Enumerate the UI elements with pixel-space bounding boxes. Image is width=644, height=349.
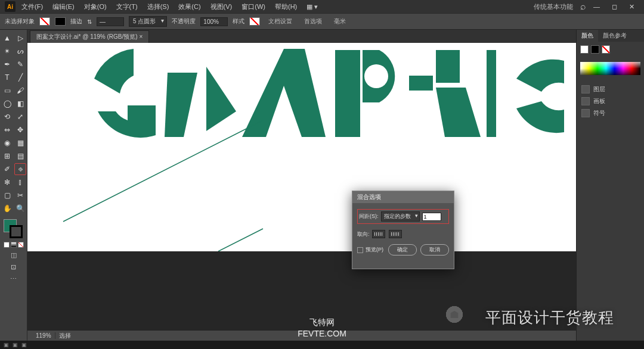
prefs-button[interactable]: 首选项 — [301, 16, 326, 27]
menu-file[interactable]: 文件(F) — [18, 1, 47, 13]
orientation-label: 取向: — [357, 230, 370, 238]
type-tool[interactable]: T — [1, 71, 13, 83]
os-taskbar: ▣ ▣ ▣ — [0, 341, 644, 349]
wechat-icon — [444, 304, 465, 325]
stroke-swatch[interactable] — [55, 17, 66, 26]
svg-rect-6 — [436, 50, 460, 83]
canvas-area[interactable]: 混合选项 间距(S): 指定的步数 取向: — [27, 43, 576, 330]
app-logo: Ai — [5, 1, 16, 12]
edit-toolbar[interactable]: ⋯ — [8, 275, 20, 285]
units[interactable]: 毫米 — [330, 16, 349, 27]
spacing-label: 间距(S): — [359, 213, 379, 220]
scale-tool[interactable]: ⤢ — [14, 111, 26, 123]
menu-effect[interactable]: 效果(C) — [175, 1, 204, 13]
stroke-weight[interactable]: — — [97, 17, 124, 26]
ok-button[interactable]: 确定 — [388, 244, 417, 255]
taskbar-item[interactable]: ▣ — [21, 342, 27, 348]
width-tool[interactable]: ⇔ — [1, 124, 13, 136]
panel-layers[interactable]: 图层 — [581, 83, 639, 95]
artboard[interactable] — [27, 43, 576, 251]
document-tab[interactable]: 图案文字设计.ai* @ 119% (RGB/预览) × — [30, 30, 149, 43]
panel-artboards[interactable]: 画板 — [581, 95, 639, 107]
panel-symbols[interactable]: 符号 — [581, 107, 639, 119]
pen-tool[interactable]: ✒ — [1, 58, 13, 70]
status-tool: 选择 — [55, 332, 75, 340]
cancel-button[interactable]: 取消 — [420, 244, 449, 255]
no-selection-label: 未选择对象 — [5, 17, 35, 26]
menu-window[interactable]: 窗口(W) — [238, 1, 269, 13]
slice-tool[interactable]: ✂ — [14, 189, 26, 201]
tool-panel: ▲▷ ✴ᔕ ✒✎ T╱ ▭🖌 ◯◧ ⟲⤢ ⇔✥ ◉▦ ⊞▤ ✐⎆ ✻⫿ ▢✂ ✋… — [0, 30, 27, 341]
shaper-tool[interactable]: ◯ — [1, 98, 13, 110]
orient-align-page[interactable] — [372, 230, 385, 238]
style-swatch[interactable] — [249, 17, 260, 26]
color-tab[interactable]: 颜色 — [577, 30, 598, 42]
eraser-tool[interactable]: ◧ — [14, 98, 26, 110]
gradient-tool[interactable]: ▤ — [14, 150, 26, 162]
artwork-graphic — [27, 43, 576, 251]
symbol-spray-tool[interactable]: ✻ — [1, 176, 13, 188]
artboard-tool[interactable]: ▢ — [1, 189, 13, 201]
preview-checkbox[interactable] — [357, 247, 363, 253]
spacing-value-input[interactable] — [422, 213, 441, 221]
eyedropper-tool[interactable]: ✐ — [1, 163, 13, 175]
right-panels: 颜色 颜色参考 图层 画板 符号 — [576, 30, 644, 341]
orient-align-path[interactable] — [389, 230, 402, 238]
selection-tool[interactable]: ▲ — [1, 32, 13, 44]
taskbar-item[interactable]: ▣ — [4, 342, 9, 348]
document-tabs: 图案文字设计.ai* @ 119% (RGB/预览) × — [27, 30, 576, 43]
graph-tool[interactable]: ⫿ — [14, 176, 26, 188]
menu-edit[interactable]: 编辑(E) — [49, 1, 78, 13]
color-guide-tab[interactable]: 颜色参考 — [598, 30, 631, 42]
lasso-tool[interactable]: ᔕ — [14, 45, 26, 57]
zoom-level[interactable]: 119% — [32, 332, 55, 339]
menu-help[interactable]: 帮助(H) — [271, 1, 301, 13]
blend-options-dialog: 混合选项 间距(S): 指定的步数 取向: — [352, 191, 454, 269]
swatch-none[interactable] — [602, 45, 610, 54]
opacity-input[interactable]: 100% — [200, 17, 228, 26]
draw-mode[interactable]: ◫ — [8, 251, 20, 261]
menu-type[interactable]: 文字(T) — [113, 1, 141, 13]
swatch-black[interactable] — [591, 45, 599, 54]
spacing-mode-select[interactable]: 指定的步数 — [381, 211, 420, 222]
hand-tool[interactable]: ✋ — [1, 202, 13, 214]
workspace-switcher[interactable]: 传统基本功能 — [534, 2, 573, 11]
fill-stroke-control[interactable] — [1, 219, 26, 241]
rect-tool[interactable]: ▭ — [1, 85, 13, 96]
menu-object[interactable]: 对象(O) — [80, 1, 110, 13]
mesh-tool[interactable]: ⊞ — [1, 150, 13, 162]
curvature-tool[interactable]: ✎ — [14, 58, 26, 70]
menu-view[interactable]: 视图(V) — [207, 1, 236, 13]
perspective-tool[interactable]: ▦ — [14, 137, 26, 149]
free-transform-tool[interactable]: ✥ — [14, 124, 26, 136]
svg-marker-0 — [165, 73, 197, 137]
swatch-white[interactable] — [580, 45, 589, 54]
minimize-button[interactable]: — — [589, 2, 605, 11]
zoom-tool[interactable]: 🔍 — [14, 202, 26, 214]
watermark-text: 平面设计干货教程 — [485, 307, 614, 328]
bridge-icon[interactable]: ▦ ▾ — [306, 3, 318, 11]
shape-builder-tool[interactable]: ◉ — [1, 137, 13, 149]
color-spectrum[interactable] — [580, 62, 640, 75]
tab-close-icon[interactable]: × — [139, 33, 143, 40]
blend-tool[interactable]: ⎆ — [14, 163, 26, 175]
brush-tool[interactable]: 🖌 — [14, 85, 26, 96]
footer-site: 飞特网 FEVTE.COM — [298, 317, 346, 340]
fill-swatch[interactable] — [39, 17, 50, 26]
close-button[interactable]: ✕ — [624, 2, 639, 12]
menu-select[interactable]: 选择(S) — [144, 1, 173, 13]
preview-label: 预览(P) — [366, 246, 383, 254]
taskbar-item[interactable]: ▣ — [13, 342, 18, 348]
svg-rect-5 — [409, 76, 433, 91]
rotate-tool[interactable]: ⟲ — [1, 111, 13, 123]
screen-mode[interactable]: ⊡ — [8, 263, 20, 273]
magic-wand-tool[interactable]: ✴ — [1, 45, 13, 57]
search-icon[interactable]: ⌕ — [580, 1, 586, 12]
brush-select[interactable]: 5 点圆形 — [129, 16, 167, 27]
maximize-button[interactable]: ◻ — [607, 2, 622, 12]
direct-select-tool[interactable]: ▷ — [14, 32, 26, 44]
doc-setup-button[interactable]: 文档设置 — [265, 16, 296, 27]
svg-marker-1 — [206, 67, 236, 131]
dialog-title: 混合选项 — [352, 191, 454, 203]
line-tool[interactable]: ╱ — [14, 71, 26, 83]
